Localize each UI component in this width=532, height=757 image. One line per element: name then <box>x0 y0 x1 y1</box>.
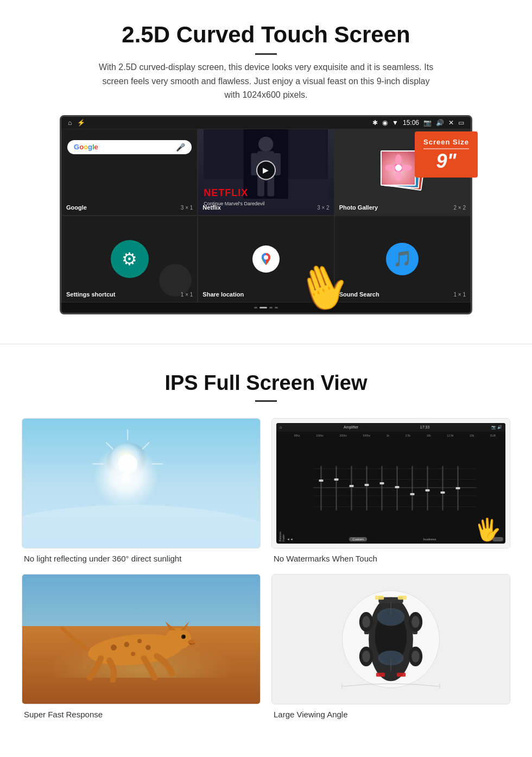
svg-rect-44 <box>410 493 415 495</box>
sunlight-image <box>22 418 261 548</box>
status-left: ⌂ ⚡ <box>68 119 85 127</box>
section2-title: IPS Full Screen View <box>22 371 510 395</box>
amplifier-bg: ⌂ Amplifier 17:33 📷 🔊 Balance Fader <box>272 419 510 548</box>
section2-divider <box>255 400 277 402</box>
svg-point-60 <box>111 645 117 651</box>
cheetah-image <box>22 574 261 704</box>
window-icon[interactable]: ▭ <box>458 119 464 127</box>
amp-title: Amplifier <box>344 425 358 429</box>
feature-fast-response: Super Fast Response <box>22 574 261 719</box>
svg-point-3 <box>258 136 273 151</box>
svg-rect-32 <box>319 480 324 482</box>
feature-viewing-angle: Large Viewing Angle <box>271 574 510 719</box>
app-cell-sound[interactable]: 🎵 Sound Search 1 × 1 <box>334 216 471 302</box>
section1-description: With 2.5D curved-display screen, this de… <box>98 60 434 102</box>
svg-point-59 <box>137 639 142 644</box>
amp-time: 17:33 <box>420 425 430 429</box>
amp-home-icon: ⌂ <box>280 425 282 429</box>
feature-grid-top: No light reflecting under 360° direct su… <box>22 418 510 563</box>
section-divider <box>0 344 532 344</box>
location-icon: ◉ <box>382 119 388 127</box>
google-maps-icon <box>252 245 280 273</box>
section-curved-screen: 2.5D Curved Touch Screen With 2.5D curve… <box>0 0 532 327</box>
svg-rect-48 <box>441 491 445 494</box>
share-label: Share location <box>202 291 244 298</box>
freq-sub: SUB <box>490 434 496 437</box>
app-grid-row2: ⚙ Settings shortcut 1 × 1 <box>61 216 471 302</box>
amp-prev-icon: ◄◄ <box>287 538 293 541</box>
app-cell-share[interactable]: 🤚 Share location 1 × 1 <box>198 216 334 302</box>
google-label: Google <box>66 204 87 211</box>
freq-10k: 10k <box>427 434 431 437</box>
svg-rect-35 <box>351 466 352 510</box>
camera-icon[interactable]: 📷 <box>423 119 432 127</box>
svg-point-14 <box>395 165 402 171</box>
freq-200hz: 200hz <box>339 434 347 437</box>
sunlight-label: No light reflecting under 360° direct su… <box>22 554 261 563</box>
freq-100hz: 100hz <box>316 434 324 437</box>
usb-icon: ⚡ <box>77 119 85 127</box>
netflix-play-button[interactable]: ▶ <box>256 160 276 180</box>
svg-rect-39 <box>382 466 383 510</box>
freq-15k: 15k <box>470 434 474 437</box>
svg-point-61 <box>145 645 151 651</box>
settings-icon: ⚙ <box>111 240 149 278</box>
dot-1 <box>254 307 257 308</box>
app-cell-settings[interactable]: ⚙ Settings shortcut 1 × 1 <box>61 216 198 302</box>
mic-icon[interactable]: 🎤 <box>176 143 185 152</box>
bluetooth-icon: ✱ <box>372 119 378 127</box>
svg-rect-45 <box>427 466 428 510</box>
svg-rect-40 <box>380 482 384 484</box>
svg-point-78 <box>362 616 370 628</box>
angle-indicator <box>337 681 445 693</box>
car-topview-svg <box>347 585 434 693</box>
netflix-logo: NETFLIX <box>204 187 248 199</box>
close-icon[interactable]: ✕ <box>448 119 454 127</box>
touch-hand-icon: 🖐 <box>473 516 503 544</box>
settings-size: 1 × 1 <box>181 292 193 298</box>
svg-point-16 <box>264 255 268 260</box>
gallery-label: Photo Gallery <box>339 204 378 211</box>
svg-rect-68 <box>375 596 384 600</box>
gallery-size: 2 × 2 <box>453 205 466 211</box>
flower-svg <box>385 154 412 181</box>
status-right: ✱ ◉ ▼ 15:06 📷 🔊 ✕ ▭ <box>372 119 464 127</box>
svg-rect-31 <box>321 466 322 510</box>
netflix-size: 3 × 2 <box>317 205 330 211</box>
scroll-indicator <box>61 302 471 313</box>
fast-response-label: Super Fast Response <box>22 710 261 719</box>
svg-rect-43 <box>412 466 413 510</box>
section-ips-screen: IPS Full Screen View <box>0 361 532 741</box>
svg-point-18 <box>22 504 260 547</box>
app-grid-row1: Google 🎤 Google 3 × 1 <box>61 129 471 216</box>
device-screen: ⌂ ⚡ ✱ ◉ ▼ 15:06 📷 🔊 ✕ ▭ <box>60 115 472 314</box>
svg-rect-17 <box>22 419 260 548</box>
badge-divider <box>423 148 469 149</box>
svg-point-79 <box>411 616 420 628</box>
gallery-img-front <box>381 150 416 186</box>
google-search-bar[interactable]: Google 🎤 <box>67 140 192 154</box>
svg-point-13 <box>401 165 412 171</box>
freq-60hz: 60hz <box>294 434 300 437</box>
google-size: 3 × 1 <box>181 205 193 211</box>
music-icon: 🎵 <box>386 243 419 275</box>
sunlight-svg <box>22 419 260 548</box>
amp-screen: ⌂ Amplifier 17:33 📷 🔊 Balance Fader <box>276 423 505 544</box>
app-cell-netflix[interactable]: ▶ NETFLIX Continue Marvel's Daredevil Ne… <box>198 129 334 216</box>
home-icon[interactable]: ⌂ <box>68 119 72 127</box>
car-circle <box>342 590 440 688</box>
feature-sunlight: No light reflecting under 360° direct su… <box>22 418 261 563</box>
cheetah-svg <box>34 607 236 684</box>
maps-svg <box>258 251 274 267</box>
svg-point-20 <box>118 454 137 474</box>
svg-marker-54 <box>180 622 189 630</box>
svg-point-10 <box>395 154 402 165</box>
watermarks-label: No Watermarks When Touch <box>271 554 510 563</box>
screen-size-badge: Screen Size 9" <box>415 131 478 178</box>
volume-icon[interactable]: 🔊 <box>436 119 444 127</box>
svg-rect-8 <box>268 179 275 196</box>
app-cell-google[interactable]: Google 🎤 Google 3 × 1 <box>61 129 198 216</box>
freq-2-5k: 2.5k <box>406 434 410 437</box>
sunlight-bg <box>22 419 260 548</box>
cheetah-bg <box>22 575 260 704</box>
